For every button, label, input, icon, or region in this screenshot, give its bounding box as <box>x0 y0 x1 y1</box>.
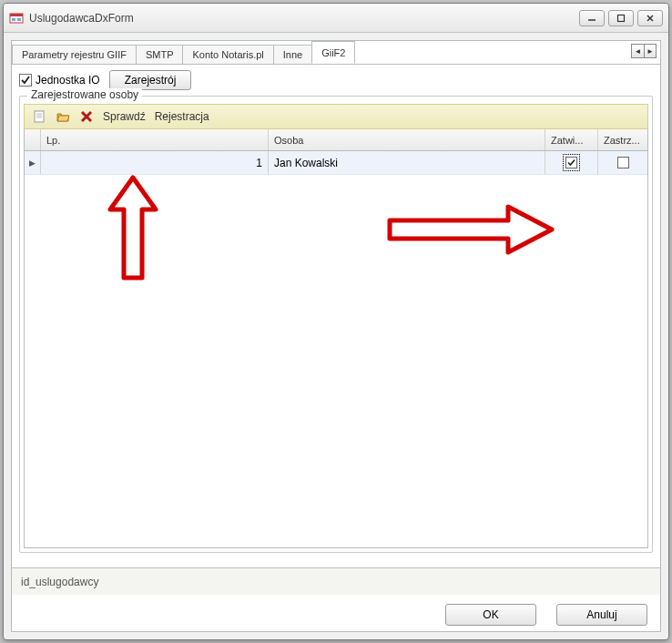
grid-header-indicator <box>25 129 41 150</box>
zatw-checkbox[interactable] <box>565 157 577 168</box>
jednostka-checkbox[interactable] <box>19 74 32 87</box>
toolbar-reg-label[interactable]: Rejestracja <box>155 110 209 123</box>
tab-label: GiiF2 <box>321 47 345 58</box>
tab-parametry[interactable]: Parametry rejestru GIIF <box>12 45 137 64</box>
app-icon <box>9 11 24 26</box>
grid-toolbar: Sprawdź Rejestracja <box>24 104 648 129</box>
svg-rect-5 <box>618 15 625 21</box>
grid-header-osoba[interactable]: Osoba <box>269 129 545 150</box>
table-row[interactable]: ▶ 1 Jan Kowalski <box>25 151 647 175</box>
folder-open-icon[interactable] <box>56 109 70 124</box>
tab-label: SMTP <box>146 49 174 60</box>
zastrz-checkbox[interactable] <box>617 157 629 168</box>
cancel-button[interactable]: Anuluj <box>556 604 647 626</box>
cell-lp: 1 <box>41 151 269 174</box>
app-window: UslugodawcaDxForm Parametry rejestru GII… <box>3 3 669 640</box>
document-icon[interactable] <box>32 109 46 124</box>
toolbar-check-label[interactable]: Sprawdź <box>103 110 146 123</box>
register-button[interactable]: Zarejestrój <box>109 70 192 90</box>
tab-scroll-left[interactable]: ◄ <box>631 44 644 58</box>
grid-header-zatw[interactable]: Zatwi... <box>545 129 598 150</box>
tab-inne[interactable]: Inne <box>273 45 312 64</box>
titlebar: UslugodawcaDxForm <box>4 4 668 33</box>
status-text: id_uslugodawcy <box>21 576 98 588</box>
tab-smtp[interactable]: SMTP <box>136 45 184 64</box>
cell-zastrz <box>598 151 647 174</box>
dialog-buttons: OK Anuluj <box>445 604 647 626</box>
top-row: Jednostka IO Zarejestrój <box>19 70 653 90</box>
jednostka-checkbox-wrap[interactable]: Jednostka IO <box>19 74 100 87</box>
status-bar: id_uslugodawcy <box>12 567 660 595</box>
svg-rect-1 <box>10 14 23 16</box>
grid-header: Lp. Osoba Zatwi... Zastrz... <box>25 129 647 151</box>
maximize-button[interactable] <box>608 10 634 26</box>
svg-rect-3 <box>17 18 21 21</box>
delete-x-icon[interactable] <box>79 109 94 124</box>
tab-giif2[interactable]: GiiF2 <box>311 41 355 64</box>
tab-scroll-right[interactable]: ► <box>644 44 657 58</box>
tab-konto[interactable]: Konto Notaris.pl <box>182 45 273 64</box>
groupbox-title: Zarejestrowane osoby <box>27 88 142 101</box>
grid-header-lp[interactable]: Lp. <box>41 129 269 150</box>
grid-header-zastrz[interactable]: Zastrz... <box>598 129 647 150</box>
window-controls <box>579 10 663 26</box>
ok-button[interactable]: OK <box>445 604 536 626</box>
people-grid: Lp. Osoba Zatwi... Zastrz... ▶ 1 Jan Kow… <box>24 129 648 548</box>
cell-zatw <box>545 151 598 174</box>
ok-button-label: OK <box>483 608 498 621</box>
tab-body: Jednostka IO Zarejestrój Zarejestrowane … <box>12 65 660 566</box>
tab-label: Inne <box>283 49 302 60</box>
cancel-button-label: Anuluj <box>586 608 616 621</box>
row-indicator-icon: ▶ <box>25 151 41 174</box>
window-title: UslugodawcaDxForm <box>29 12 579 25</box>
register-button-label: Zarejestrój <box>125 74 177 87</box>
client-area: Parametry rejestru GIIF SMTP Konto Notar… <box>11 40 661 632</box>
svg-rect-2 <box>12 18 15 21</box>
tabstrip: Parametry rejestru GIIF SMTP Konto Notar… <box>12 41 660 65</box>
jednostka-label: Jednostka IO <box>36 74 100 87</box>
cell-osoba: Jan Kowalski <box>269 151 545 174</box>
minimize-button[interactable] <box>579 10 605 26</box>
registered-people-group: Zarejestrowane osoby Sprawdź Rejestracja <box>19 96 653 553</box>
tab-label: Konto Notaris.pl <box>192 49 263 60</box>
tab-label: Parametry rejestru GIIF <box>22 49 127 60</box>
svg-rect-8 <box>35 111 44 122</box>
close-button[interactable] <box>637 10 663 26</box>
tab-scroll: ◄ ► <box>631 44 657 58</box>
